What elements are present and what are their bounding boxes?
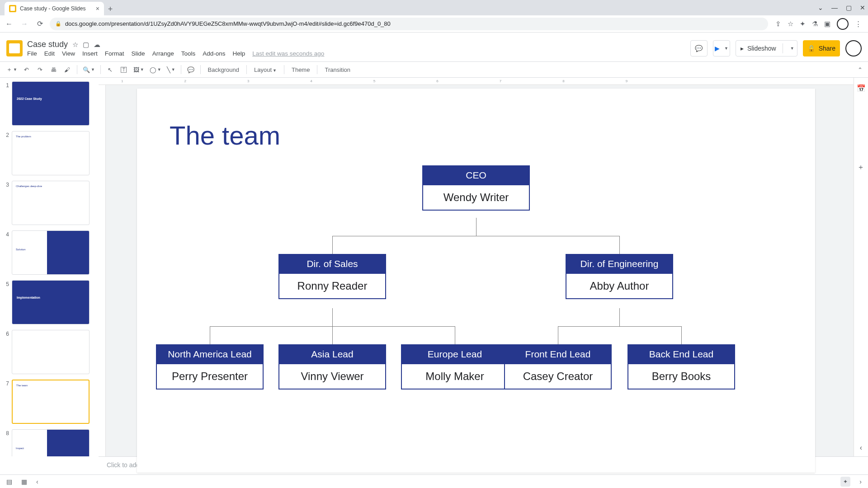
- line-button[interactable]: ╲▼: [165, 64, 177, 75]
- kebab-menu-icon[interactable]: ⋮: [855, 20, 862, 28]
- install-icon[interactable]: ⇪: [775, 20, 781, 28]
- ruler-mark: 3: [247, 79, 249, 83]
- extensions-icon[interactable]: ✦: [800, 20, 806, 28]
- separator: [317, 65, 317, 74]
- chevron-down-icon[interactable]: ⌄: [818, 4, 823, 11]
- layout-button[interactable]: Layout▼: [250, 66, 280, 73]
- menu-addons[interactable]: Add-ons: [203, 50, 225, 57]
- slide-title[interactable]: The team: [170, 120, 280, 150]
- last-edit-link[interactable]: Last edit was seconds ago: [252, 50, 324, 57]
- back-button[interactable]: ←: [4, 19, 14, 29]
- menu-insert[interactable]: Insert: [82, 50, 98, 57]
- textbox-button[interactable]: 🅃: [118, 64, 130, 75]
- comments-button[interactable]: 💬: [690, 40, 708, 56]
- slide-thumbnail[interactable]: The problem: [12, 131, 90, 175]
- thumb-row: 5Implementation: [3, 280, 94, 324]
- slide-thumbnail[interactable]: Implementation: [12, 280, 90, 324]
- thumb-row: 12022 Case Study: [3, 81, 94, 126]
- collapse-toolbar-icon[interactable]: ⌃: [858, 66, 863, 73]
- node-role: Asia Lead: [278, 344, 386, 364]
- slide-canvas[interactable]: The team CEO Wendy Writer: [137, 89, 815, 473]
- select-tool-button[interactable]: ↖: [104, 64, 116, 75]
- url-field[interactable]: 🔒 docs.google.com/presentation/d/1UZsyZd…: [50, 18, 768, 30]
- slide-thumbnail[interactable]: Challenges deep-dive: [12, 181, 90, 225]
- next-icon[interactable]: ›: [859, 478, 862, 485]
- theme-button[interactable]: Theme: [288, 66, 313, 73]
- cloud-status-icon[interactable]: ☁: [94, 41, 100, 49]
- menu-file[interactable]: File: [27, 50, 37, 57]
- menu-edit[interactable]: Edit: [44, 50, 55, 57]
- separator: [200, 65, 201, 74]
- tab-title: Case study - Google Slides: [20, 5, 85, 12]
- org-node-eu[interactable]: Europe Lead Molly Maker: [401, 344, 509, 389]
- menu-help[interactable]: Help: [232, 50, 245, 57]
- menu-view[interactable]: View: [62, 50, 75, 57]
- menu-tools[interactable]: Tools: [181, 50, 196, 57]
- connector: [455, 326, 455, 344]
- org-node-be[interactable]: Back End Lead Berry Books: [627, 344, 735, 389]
- show-side-panel-icon[interactable]: ‹: [860, 444, 862, 452]
- document-title[interactable]: Case study: [27, 40, 68, 49]
- collapse-filmstrip-icon[interactable]: ‹: [36, 478, 38, 485]
- ruler-mark: 5: [373, 79, 375, 83]
- slide-thumbnail[interactable]: 2022 Case Study: [12, 81, 90, 126]
- ruler-mark: 7: [500, 79, 501, 83]
- org-node-eng[interactable]: Dir. of Engineering Abby Author: [566, 254, 673, 299]
- add-icon[interactable]: ＋: [857, 163, 864, 172]
- ruler-mark: 8: [562, 79, 564, 83]
- reload-button[interactable]: ⟳: [34, 19, 45, 29]
- print-button[interactable]: 🖶: [48, 64, 60, 75]
- minimize-icon[interactable]: —: [831, 4, 838, 11]
- present-dropdown-button[interactable]: ▶▼: [713, 40, 730, 56]
- slides-logo-icon[interactable]: [6, 40, 23, 56]
- background-button[interactable]: Background: [204, 66, 243, 73]
- redo-button[interactable]: ↷: [34, 64, 46, 75]
- chevron-down-icon[interactable]: ▼: [790, 46, 794, 51]
- undo-button[interactable]: ↶: [21, 64, 33, 75]
- zoom-button[interactable]: 🔍▼: [81, 64, 97, 75]
- thumb-number: 3: [3, 181, 9, 225]
- close-tab-icon[interactable]: ×: [96, 5, 99, 12]
- separator: [100, 65, 101, 74]
- slideshow-button[interactable]: ▸ Slideshow ▼: [736, 40, 797, 56]
- browser-tab[interactable]: Case study - Google Slides ×: [5, 2, 104, 15]
- share-button[interactable]: 🔒 Share: [803, 40, 840, 56]
- star-icon[interactable]: ☆: [788, 20, 793, 28]
- labs-icon[interactable]: ⚗: [812, 20, 818, 28]
- explore-button[interactable]: ✦: [840, 477, 850, 487]
- menu-format[interactable]: Format: [105, 50, 124, 57]
- org-node-sales[interactable]: Dir. of Sales Ronny Reader: [278, 254, 386, 299]
- filmstrip[interactable]: 12022 Case Study2The problem3Challenges …: [0, 78, 99, 456]
- slide-thumbnail[interactable]: Impact: [12, 429, 90, 456]
- forward-button[interactable]: →: [19, 19, 30, 29]
- slide-thumbnail[interactable]: The team: [12, 380, 90, 424]
- transition-button[interactable]: Transition: [321, 66, 354, 73]
- org-node-asia[interactable]: Asia Lead Vinny Viewer: [278, 344, 386, 389]
- image-button[interactable]: 🖼▼: [132, 64, 146, 75]
- paint-format-button[interactable]: 🖌: [61, 64, 73, 75]
- calendar-icon[interactable]: 📅: [857, 84, 866, 93]
- star-doc-icon[interactable]: ☆: [72, 41, 78, 49]
- connector: [681, 326, 682, 344]
- browser-tab-strip: Case study - Google Slides × + ⌄ — ▢ ✕: [0, 0, 868, 15]
- grid-view-icon[interactable]: ▦: [21, 478, 27, 485]
- close-window-icon[interactable]: ✕: [860, 4, 865, 11]
- thumb-row: 3Challenges deep-dive: [3, 181, 94, 225]
- filmstrip-view-icon[interactable]: ▤: [6, 478, 12, 485]
- sidepanel-icon[interactable]: ▣: [824, 20, 830, 28]
- maximize-icon[interactable]: ▢: [846, 4, 852, 11]
- org-node-fe[interactable]: Front End Lead Casey Creator: [504, 344, 612, 389]
- slide-thumbnail[interactable]: [12, 330, 90, 374]
- slide-thumbnail[interactable]: Solution: [12, 230, 90, 275]
- menu-slide[interactable]: Slide: [132, 50, 145, 57]
- move-doc-icon[interactable]: ▢: [83, 41, 89, 49]
- new-tab-button[interactable]: +: [104, 3, 117, 15]
- new-slide-button[interactable]: ＋▼: [5, 64, 19, 75]
- shape-button[interactable]: ◯▼: [148, 64, 163, 75]
- account-avatar-icon[interactable]: [845, 40, 862, 56]
- org-node-na[interactable]: North America Lead Perry Presenter: [156, 344, 264, 389]
- profile-avatar-icon[interactable]: [837, 18, 849, 30]
- comment-button[interactable]: 💬: [185, 64, 197, 75]
- org-node-ceo[interactable]: CEO Wendy Writer: [422, 165, 530, 211]
- menu-arrange[interactable]: Arrange: [152, 50, 174, 57]
